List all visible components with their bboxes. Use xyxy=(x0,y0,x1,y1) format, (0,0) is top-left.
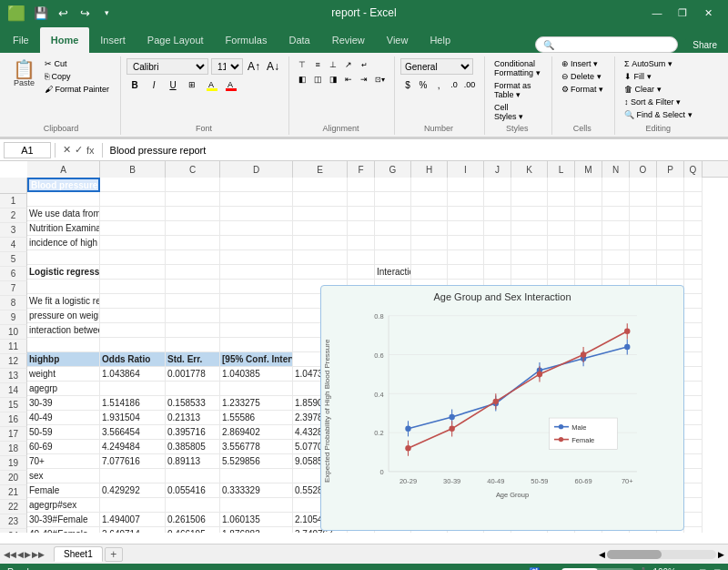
scrollbar-track[interactable] xyxy=(607,550,716,559)
cell-C22[interactable]: 0.055416 xyxy=(166,483,220,498)
sheet-scroll-left-button[interactable]: ◀◀ xyxy=(4,550,16,559)
cell-A24[interactable]: 30-39#Female xyxy=(27,513,100,527)
cell-A3[interactable]: We use data from the Second National Hea… xyxy=(27,207,100,221)
cell-N6[interactable] xyxy=(602,250,630,265)
cell-L7[interactable] xyxy=(548,265,575,280)
cell-Q9[interactable] xyxy=(684,294,703,309)
cell-A5[interactable]: incidence of high blood pressure. xyxy=(27,236,100,250)
cell-L4[interactable] xyxy=(548,221,575,236)
cell-B5[interactable] xyxy=(100,236,166,250)
cell-B19[interactable]: 4.249484 xyxy=(100,440,166,454)
cell-B24[interactable]: 1.494007 xyxy=(100,513,166,527)
cell-B20[interactable]: 7.077616 xyxy=(100,454,166,469)
layout-normal-button[interactable]: ▭ xyxy=(683,567,692,571)
cell-L2[interactable] xyxy=(548,192,575,207)
align-left-button[interactable]: ◧ xyxy=(295,73,309,86)
format-painter-button[interactable]: 🖌 Format Painter xyxy=(41,84,113,95)
cell-D9[interactable] xyxy=(220,294,293,309)
clear-button[interactable]: 🗑 Clear ▾ xyxy=(621,84,665,95)
cell-A12[interactable] xyxy=(27,338,100,352)
row-num-21[interactable]: 21 xyxy=(0,485,27,500)
tab-page-layout[interactable]: Page Layout xyxy=(136,27,215,53)
insert-cells-button[interactable]: ⊕ Insert ▾ xyxy=(558,58,602,69)
tell-me-input[interactable]: 🔍 Tell me what you want to do xyxy=(535,36,678,53)
row-num-14[interactable]: 14 xyxy=(0,383,27,398)
cell-C5[interactable] xyxy=(166,236,220,250)
share-button[interactable]: Share xyxy=(685,38,724,52)
number-format-select[interactable]: General Number Currency Percentage xyxy=(400,58,473,75)
cell-D16[interactable]: 1.233275 xyxy=(220,396,293,411)
cell-Q14[interactable] xyxy=(684,367,703,382)
scrollbar-thumb[interactable] xyxy=(607,550,662,559)
conditional-formatting-button[interactable]: ConditionalFormatting ▾ xyxy=(490,58,544,78)
cell-K7[interactable] xyxy=(511,265,548,280)
cell-C25[interactable]: 0.466195 xyxy=(166,527,220,533)
cell-F6[interactable] xyxy=(348,250,375,265)
cell-J6[interactable] xyxy=(484,250,511,265)
cell-B11[interactable] xyxy=(100,323,166,338)
cell-C19[interactable]: 0.385805 xyxy=(166,440,220,454)
tab-view[interactable]: View xyxy=(376,27,420,53)
cell-D18[interactable]: 2.869402 xyxy=(220,425,293,440)
orientation-button[interactable]: ↗ xyxy=(341,58,356,71)
cell-J5[interactable] xyxy=(484,236,511,250)
cell-H2[interactable] xyxy=(411,192,448,207)
cell-A10[interactable]: pressure on weight, age group, and the xyxy=(27,309,100,323)
insert-function-icon[interactable]: fx xyxy=(86,145,95,156)
row-num-20[interactable]: 20 xyxy=(0,471,27,485)
indent-increase-button[interactable]: ⇥ xyxy=(357,73,371,86)
row-num-22[interactable]: 22 xyxy=(0,500,27,514)
col-header-m[interactable]: M xyxy=(575,161,602,178)
find-select-button[interactable]: 🔍 Find & Select ▾ xyxy=(621,109,696,120)
cell-B10[interactable] xyxy=(100,309,166,323)
cell-E6[interactable] xyxy=(293,250,348,265)
indent-decrease-button[interactable]: ⇤ xyxy=(341,73,356,86)
cell-F2[interactable] xyxy=(348,192,375,207)
cell-H3[interactable] xyxy=(411,207,448,221)
cell-A20[interactable]: 70+ xyxy=(27,454,100,469)
cell-Q3[interactable] xyxy=(684,207,703,221)
cell-G6[interactable] xyxy=(375,250,411,265)
cell-J4[interactable] xyxy=(484,221,511,236)
cell-I7[interactable] xyxy=(448,265,484,280)
cell-D13[interactable]: [95% Conf. Interval] xyxy=(220,352,293,367)
cell-A8[interactable] xyxy=(27,280,100,294)
row-num-24[interactable]: 24 xyxy=(0,529,27,533)
cell-D14[interactable]: 1.040385 xyxy=(220,367,293,382)
cell-G5[interactable] xyxy=(375,236,411,250)
cell-E2[interactable] xyxy=(293,192,348,207)
col-header-g[interactable]: G xyxy=(375,161,411,178)
cell-Q23[interactable] xyxy=(684,498,703,513)
tab-home[interactable]: Home xyxy=(40,27,90,53)
cell-C11[interactable] xyxy=(166,323,220,338)
cell-P4[interactable] xyxy=(657,221,684,236)
cell-A17[interactable]: 40-49 xyxy=(27,411,100,425)
cell-C23[interactable] xyxy=(166,498,220,513)
col-header-d[interactable]: D xyxy=(220,161,293,178)
cell-B4[interactable] xyxy=(100,221,166,236)
cell-B2[interactable] xyxy=(100,192,166,207)
cell-Q15[interactable] xyxy=(684,382,703,396)
cell-C7[interactable] xyxy=(166,265,220,280)
fill-color-button[interactable]: A xyxy=(203,76,219,93)
cell-C9[interactable] xyxy=(166,294,220,309)
cell-J3[interactable] xyxy=(484,207,511,221)
cell-D10[interactable] xyxy=(220,309,293,323)
cell-Q4[interactable] xyxy=(684,221,703,236)
row-num-19[interactable]: 19 xyxy=(0,456,27,471)
cell-A9[interactable]: We fit a logistic regression model of hi… xyxy=(27,294,100,309)
cell-A7[interactable]: Logistic regression results xyxy=(27,265,100,280)
copy-button[interactable]: ⎘ Copy xyxy=(41,71,113,82)
cell-J7[interactable] xyxy=(484,265,511,280)
cell-D22[interactable]: 0.333329 xyxy=(220,483,293,498)
cell-C18[interactable]: 0.395716 xyxy=(166,425,220,440)
cell-B16[interactable]: 1.514186 xyxy=(100,396,166,411)
font-color-button[interactable]: A xyxy=(222,76,238,93)
cell-A11[interactable]: interaction between age group and sex. xyxy=(27,323,100,338)
cell-N1[interactable] xyxy=(602,178,630,192)
cell-D1[interactable] xyxy=(220,178,293,192)
col-header-l[interactable]: L xyxy=(548,161,575,178)
bold-button[interactable]: B xyxy=(126,76,143,93)
layout-pagebreak-button[interactable]: ⊞ xyxy=(713,567,721,571)
cell-B21[interactable] xyxy=(100,469,166,483)
